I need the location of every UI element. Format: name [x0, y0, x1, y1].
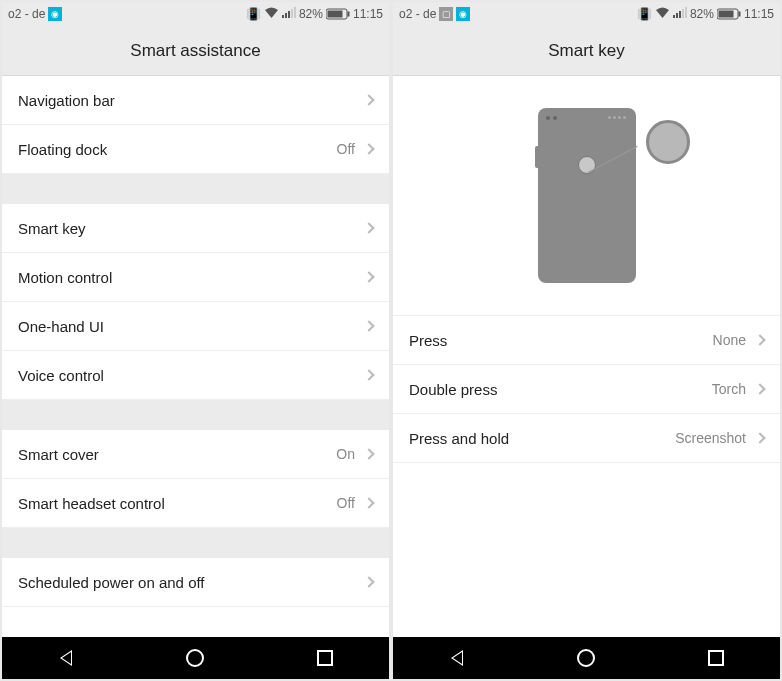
status-bar: o2 - de ▢ ◉ 📳 82% 11:15 — [393, 2, 780, 26]
row-value: On — [336, 446, 355, 462]
svg-rect-6 — [327, 11, 342, 18]
row-label: One-hand UI — [18, 318, 365, 335]
vibrate-icon: 📳 — [246, 7, 261, 21]
chevron-right-icon — [363, 222, 374, 233]
chevron-right-icon — [754, 383, 765, 394]
row-floating-dock[interactable]: Floating dock Off — [2, 125, 389, 174]
sync-icon: ◉ — [48, 7, 62, 21]
status-bar: o2 - de ◉ 📳 82% 11:15 — [2, 2, 389, 26]
chevron-right-icon — [363, 320, 374, 331]
chevron-right-icon — [754, 432, 765, 443]
page-title: Smart key — [548, 41, 625, 61]
svg-rect-2 — [288, 11, 290, 18]
row-smart-cover[interactable]: Smart cover On — [2, 430, 389, 479]
navigation-bar — [2, 637, 389, 679]
clock-label: 11:15 — [353, 7, 383, 21]
wifi-icon — [264, 7, 279, 22]
row-label: Smart cover — [18, 446, 336, 463]
signal-icon — [282, 7, 296, 21]
page-header: Smart key — [393, 26, 780, 76]
svg-rect-11 — [682, 9, 684, 18]
recent-button[interactable] — [708, 650, 724, 666]
carrier-label: o2 - de — [399, 7, 436, 21]
row-press[interactable]: Press None — [393, 316, 780, 365]
page-header: Smart assistance — [2, 26, 389, 76]
home-button[interactable] — [186, 649, 204, 667]
row-label: Press and hold — [409, 430, 675, 447]
row-scheduled-power[interactable]: Scheduled power on and off — [2, 558, 389, 607]
row-label: Motion control — [18, 269, 365, 286]
row-label: Smart key — [18, 220, 365, 237]
screen-smart-key: o2 - de ▢ ◉ 📳 82% 11:15 Smart key — [393, 2, 780, 679]
row-one-hand-ui[interactable]: One-hand UI — [2, 302, 389, 351]
svg-rect-10 — [679, 11, 681, 18]
sync-icon: ◉ — [456, 7, 470, 21]
phone-body-icon — [538, 108, 636, 283]
battery-pct: 82% — [690, 7, 714, 21]
section-divider — [2, 528, 389, 558]
chevron-right-icon — [363, 448, 374, 459]
recent-button[interactable] — [317, 650, 333, 666]
row-label: Voice control — [18, 367, 365, 384]
vibrate-icon: 📳 — [637, 7, 652, 21]
section-divider — [2, 174, 389, 204]
row-value: Off — [337, 141, 355, 157]
home-button[interactable] — [577, 649, 595, 667]
row-value: None — [713, 332, 746, 348]
battery-pct: 82% — [299, 7, 323, 21]
row-motion-control[interactable]: Motion control — [2, 253, 389, 302]
wifi-icon — [655, 7, 670, 22]
row-label: Floating dock — [18, 141, 337, 158]
side-button-icon — [535, 146, 538, 168]
battery-icon — [717, 8, 741, 20]
row-smart-headset-control[interactable]: Smart headset control Off — [2, 479, 389, 528]
chevron-right-icon — [363, 271, 374, 282]
clock-label: 11:15 — [744, 7, 774, 21]
svg-rect-9 — [676, 13, 678, 18]
row-value: Screenshot — [675, 430, 746, 446]
page-title: Smart assistance — [130, 41, 260, 61]
row-value: Torch — [712, 381, 746, 397]
smart-key-content: Press None Double press Torch Press and … — [393, 76, 780, 637]
svg-rect-3 — [291, 9, 293, 18]
phone-illustration — [393, 76, 780, 316]
svg-rect-14 — [718, 11, 733, 18]
svg-rect-4 — [294, 7, 296, 18]
carrier-label: o2 - de — [8, 7, 45, 21]
screen-smart-assistance: o2 - de ◉ 📳 82% 11:15 Smart assistance N… — [2, 2, 389, 679]
navigation-bar — [393, 637, 780, 679]
svg-rect-1 — [285, 13, 287, 18]
callout-circle-icon — [646, 120, 690, 164]
row-double-press[interactable]: Double press Torch — [393, 365, 780, 414]
svg-rect-12 — [685, 7, 687, 18]
chevron-right-icon — [363, 143, 374, 154]
battery-icon — [326, 8, 350, 20]
row-label: Press — [409, 332, 713, 349]
row-navigation-bar[interactable]: Navigation bar — [2, 76, 389, 125]
chevron-right-icon — [363, 576, 374, 587]
chevron-right-icon — [363, 497, 374, 508]
screenshot-icon: ▢ — [439, 7, 453, 21]
row-smart-key[interactable]: Smart key — [2, 204, 389, 253]
row-label: Scheduled power on and off — [18, 574, 365, 591]
chevron-right-icon — [363, 369, 374, 380]
signal-icon — [673, 7, 687, 21]
svg-rect-7 — [347, 12, 349, 17]
svg-rect-15 — [738, 12, 740, 17]
chevron-right-icon — [754, 334, 765, 345]
back-button[interactable] — [450, 649, 464, 667]
svg-rect-8 — [673, 15, 675, 18]
svg-rect-0 — [282, 15, 284, 18]
chevron-right-icon — [363, 94, 374, 105]
section-divider — [2, 400, 389, 430]
row-label: Double press — [409, 381, 712, 398]
row-value: Off — [337, 495, 355, 511]
row-label: Navigation bar — [18, 92, 365, 109]
row-label: Smart headset control — [18, 495, 337, 512]
row-press-and-hold[interactable]: Press and hold Screenshot — [393, 414, 780, 463]
back-button[interactable] — [59, 649, 73, 667]
settings-list: Navigation bar Floating dock Off Smart k… — [2, 76, 389, 637]
row-voice-control[interactable]: Voice control — [2, 351, 389, 400]
